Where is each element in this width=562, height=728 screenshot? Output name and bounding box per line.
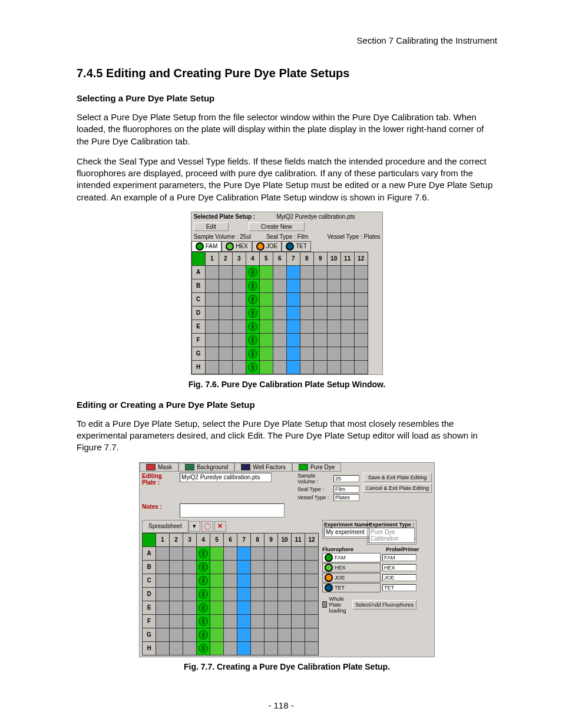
well[interactable]	[327, 292, 340, 306]
well[interactable]	[292, 628, 305, 641]
well[interactable]	[224, 587, 237, 601]
well[interactable]	[219, 265, 232, 279]
well[interactable]	[278, 546, 292, 560]
well[interactable]	[205, 279, 219, 292]
well[interactable]	[219, 292, 232, 306]
well[interactable]	[237, 574, 251, 587]
well[interactable]	[313, 347, 327, 360]
well[interactable]	[237, 641, 251, 655]
well[interactable]	[237, 560, 251, 574]
well[interactable]	[246, 306, 259, 319]
spreadsheet-tab[interactable]: Spreadsheet	[142, 520, 189, 533]
well[interactable]	[300, 265, 313, 279]
well[interactable]	[156, 614, 170, 628]
well[interactable]	[251, 614, 265, 628]
well[interactable]	[246, 319, 259, 333]
well[interactable]	[237, 587, 251, 601]
well[interactable]	[237, 546, 251, 560]
well[interactable]	[305, 560, 319, 574]
well[interactable]	[327, 279, 340, 292]
well[interactable]	[300, 279, 313, 292]
well[interactable]	[183, 574, 197, 587]
well[interactable]	[170, 614, 183, 628]
well[interactable]	[327, 306, 340, 319]
well[interactable]	[197, 560, 210, 574]
editor-tab-background[interactable]: Background	[178, 463, 234, 472]
well[interactable]	[300, 347, 313, 360]
notes-field[interactable]	[180, 503, 285, 518]
well[interactable]	[273, 360, 286, 374]
well[interactable]	[224, 560, 237, 574]
well[interactable]	[286, 265, 300, 279]
well[interactable]	[340, 333, 354, 347]
well[interactable]	[265, 614, 278, 628]
well[interactable]	[265, 587, 278, 601]
well[interactable]	[224, 628, 237, 641]
well[interactable]	[156, 628, 170, 641]
well[interactable]	[286, 347, 300, 360]
well[interactable]	[156, 574, 170, 587]
fluorophore-row-tet[interactable]: TETTET	[322, 583, 416, 592]
well[interactable]	[219, 360, 232, 374]
well[interactable]	[156, 587, 170, 601]
well[interactable]	[300, 306, 313, 319]
well[interactable]	[237, 614, 251, 628]
well[interactable]	[305, 614, 319, 628]
well[interactable]	[354, 360, 368, 374]
well[interactable]	[156, 641, 170, 655]
well[interactable]	[210, 546, 224, 560]
well[interactable]	[305, 601, 319, 614]
well[interactable]	[273, 279, 286, 292]
well[interactable]	[340, 265, 354, 279]
well[interactable]	[292, 546, 305, 560]
well[interactable]	[251, 574, 265, 587]
well[interactable]	[232, 265, 246, 279]
well[interactable]	[340, 292, 354, 306]
well[interactable]	[273, 347, 286, 360]
create-new-button[interactable]: Create New	[249, 222, 305, 231]
well[interactable]	[292, 601, 305, 614]
well[interactable]	[273, 306, 286, 319]
well[interactable]	[286, 292, 300, 306]
well[interactable]	[273, 333, 286, 347]
well[interactable]	[259, 265, 273, 279]
well[interactable]	[340, 279, 354, 292]
well[interactable]	[292, 641, 305, 655]
well[interactable]	[292, 560, 305, 574]
well[interactable]	[354, 347, 368, 360]
dye-tab-tet[interactable]: TET	[282, 241, 311, 252]
well[interactable]	[246, 360, 259, 374]
well[interactable]	[354, 292, 368, 306]
well[interactable]	[313, 360, 327, 374]
well[interactable]	[237, 601, 251, 614]
well[interactable]	[205, 360, 219, 374]
well[interactable]	[251, 601, 265, 614]
well[interactable]	[265, 601, 278, 614]
well[interactable]	[327, 347, 340, 360]
well[interactable]	[246, 265, 259, 279]
well[interactable]	[232, 279, 246, 292]
dye-tab-hex[interactable]: HEX	[222, 241, 252, 252]
well[interactable]	[354, 319, 368, 333]
well[interactable]	[205, 319, 219, 333]
well[interactable]	[340, 360, 354, 374]
well[interactable]	[292, 574, 305, 587]
well[interactable]	[183, 641, 197, 655]
dye-tab-fam[interactable]: FAM	[191, 241, 222, 252]
well[interactable]	[305, 587, 319, 601]
well[interactable]	[232, 347, 246, 360]
probe-primer-field[interactable]: FAM	[382, 554, 416, 561]
well[interactable]	[224, 574, 237, 587]
well[interactable]	[354, 279, 368, 292]
well[interactable]	[197, 628, 210, 641]
well[interactable]	[219, 279, 232, 292]
pointer-tool-icon[interactable]: ▾	[189, 521, 200, 532]
well[interactable]	[156, 560, 170, 574]
fluorophore-row-joe[interactable]: JOEJOE	[322, 573, 416, 582]
well[interactable]	[313, 319, 327, 333]
well[interactable]	[219, 333, 232, 347]
well[interactable]	[313, 292, 327, 306]
well[interactable]	[313, 333, 327, 347]
well[interactable]	[300, 360, 313, 374]
well[interactable]	[246, 347, 259, 360]
